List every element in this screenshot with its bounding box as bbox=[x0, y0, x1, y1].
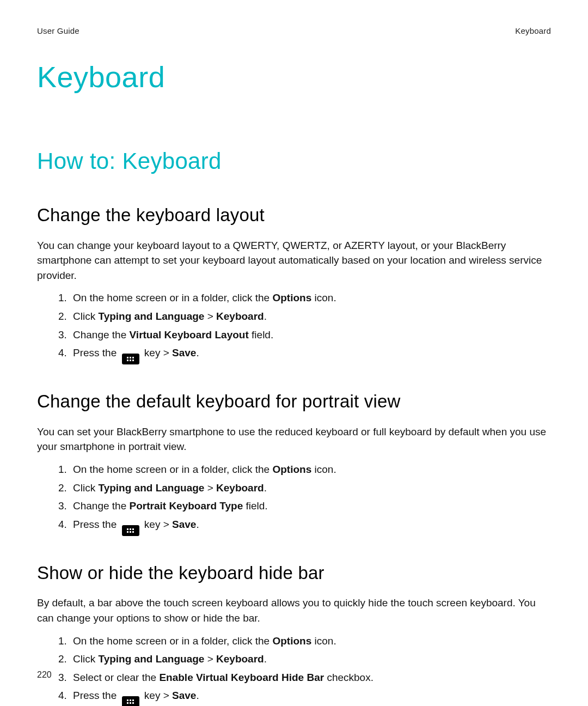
step: Change the Portrait Keyboard Type field. bbox=[70, 498, 551, 514]
step-text: Press the bbox=[73, 347, 120, 358]
step-text: Click bbox=[73, 482, 98, 494]
blackberry-menu-key-icon bbox=[122, 354, 139, 364]
step-bold: Save bbox=[172, 690, 196, 701]
step: Click Typing and Language > Keyboard. bbox=[70, 652, 551, 667]
step-text: Click bbox=[73, 311, 98, 322]
runhead-right: Keyboard bbox=[515, 25, 551, 37]
step-text: key > bbox=[142, 690, 173, 701]
step-bold: Keyboard bbox=[216, 653, 264, 665]
step-text: Change the bbox=[73, 500, 130, 512]
step-text: icon. bbox=[311, 464, 336, 475]
step-text: Press the bbox=[73, 519, 120, 530]
step: Press the key > Save. bbox=[70, 345, 551, 364]
step-text: . bbox=[196, 347, 199, 358]
step-text: On the home screen or in a folder, click… bbox=[73, 464, 272, 475]
step-text: Select or clear the bbox=[73, 672, 159, 683]
subsection-heading: Change the keyboard layout bbox=[37, 202, 551, 228]
step-text: Change the bbox=[73, 329, 130, 340]
step-text: field. bbox=[249, 329, 273, 340]
steps-list: On the home screen or in a folder, click… bbox=[37, 634, 551, 706]
step-separator: > bbox=[204, 482, 216, 494]
step-separator: > bbox=[204, 653, 216, 665]
step-text: checkbox. bbox=[324, 672, 373, 683]
step-text: key > bbox=[142, 347, 173, 358]
step-text: Click bbox=[73, 653, 98, 665]
step-bold: Typing and Language bbox=[98, 653, 204, 665]
intro-paragraph: You can change your keyboard layout to a… bbox=[37, 238, 551, 283]
step: Press the key > Save. bbox=[70, 688, 551, 706]
step-text: On the home screen or in a folder, click… bbox=[73, 635, 272, 647]
blackberry-menu-key-icon bbox=[122, 696, 139, 706]
step-bold: Enable Virtual Keyboard Hide Bar bbox=[159, 672, 324, 683]
subsection-heading: Show or hide the keyboard hide bar bbox=[37, 560, 551, 586]
step-text: . bbox=[196, 519, 199, 530]
document-page: User Guide Keyboard Keyboard How to: Key… bbox=[0, 0, 588, 706]
step: Select or clear the Enable Virtual Keybo… bbox=[70, 670, 551, 685]
step-text: key > bbox=[142, 519, 173, 530]
step-bold: Typing and Language bbox=[98, 311, 204, 322]
step-bold: Typing and Language bbox=[98, 482, 204, 494]
chapter-title: Keyboard bbox=[37, 56, 551, 98]
step-text: . bbox=[196, 690, 199, 701]
step-bold: Keyboard bbox=[216, 482, 264, 494]
section-title: How to: Keyboard bbox=[37, 145, 551, 178]
subsection-heading: Change the default keyboard for portrait… bbox=[37, 388, 551, 415]
steps-list: On the home screen or in a folder, click… bbox=[37, 290, 551, 364]
step-text: icon. bbox=[311, 635, 336, 647]
step: On the home screen or in a folder, click… bbox=[70, 290, 551, 306]
step-text: field. bbox=[243, 500, 267, 512]
step-separator: > bbox=[204, 311, 216, 322]
step-bold: Save bbox=[172, 347, 196, 358]
step: Change the Virtual Keyboard Layout field… bbox=[70, 327, 551, 343]
intro-paragraph: By default, a bar above the touch screen… bbox=[37, 595, 551, 625]
step: Press the key > Save. bbox=[70, 517, 551, 536]
step-bold: Save bbox=[172, 519, 196, 530]
step-text: icon. bbox=[311, 292, 336, 303]
intro-paragraph: You can set your BlackBerry smartphone t… bbox=[37, 424, 551, 454]
step-text: On the home screen or in a folder, click… bbox=[73, 292, 272, 303]
step: Click Typing and Language > Keyboard. bbox=[70, 309, 551, 324]
step-bold: Keyboard bbox=[216, 311, 264, 322]
step-text: . bbox=[264, 482, 267, 494]
step-bold: Options bbox=[272, 635, 311, 647]
step-text: Press the bbox=[73, 690, 120, 701]
step: Click Typing and Language > Keyboard. bbox=[70, 480, 551, 496]
step: On the home screen or in a folder, click… bbox=[70, 634, 551, 649]
steps-list: On the home screen or in a folder, click… bbox=[37, 462, 551, 536]
step-bold: Portrait Keyboard Type bbox=[130, 500, 243, 512]
running-header: User Guide Keyboard bbox=[37, 25, 551, 37]
step-bold: Virtual Keyboard Layout bbox=[130, 329, 249, 340]
step: On the home screen or in a folder, click… bbox=[70, 462, 551, 477]
step-bold: Options bbox=[272, 292, 311, 303]
step-bold: Options bbox=[272, 464, 311, 475]
step-text: . bbox=[264, 311, 267, 322]
blackberry-menu-key-icon bbox=[122, 525, 139, 536]
step-text: . bbox=[264, 653, 267, 665]
page-number: 220 bbox=[37, 668, 52, 681]
runhead-left: User Guide bbox=[37, 25, 79, 37]
